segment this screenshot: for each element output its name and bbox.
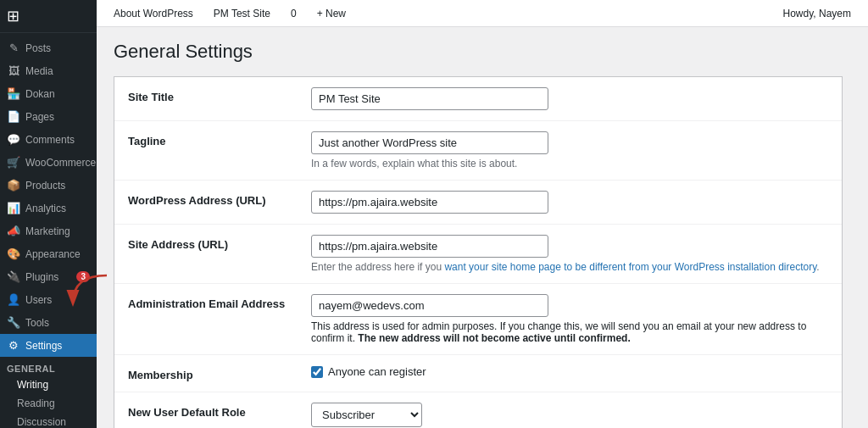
submenu-discussion[interactable]: Discussion bbox=[0, 413, 97, 428]
comments-icon: 💬 bbox=[7, 133, 20, 146]
sidebar-label-woocommerce: WooCommerce bbox=[25, 157, 96, 169]
membership-field: Anyone can register bbox=[311, 365, 828, 378]
sidebar-label-analytics: Analytics bbox=[25, 203, 90, 214]
new-user-role-field: Subscriber Contributor Author Editor Adm… bbox=[311, 403, 828, 427]
sidebar-item-appearance[interactable]: 🎨 Appearance bbox=[0, 242, 97, 265]
settings-form: Site Title Tagline In a few words, expla… bbox=[114, 76, 843, 428]
sidebar-label-media: Media bbox=[25, 65, 90, 77]
sidebar-item-posts[interactable]: ✎ Posts bbox=[0, 36, 97, 59]
sidebar-label-products: Products bbox=[25, 180, 90, 192]
sidebar-item-pages[interactable]: 📄 Pages bbox=[0, 105, 97, 128]
admin-email-desc: This address is used for admin purposes.… bbox=[311, 320, 828, 344]
site-title-input[interactable] bbox=[311, 87, 548, 110]
tools-icon: 🔧 bbox=[7, 316, 20, 329]
settings-icon: ⚙ bbox=[7, 339, 20, 352]
submenu-header: General bbox=[0, 360, 97, 375]
admin-email-field: This address is used for admin purposes.… bbox=[311, 294, 828, 344]
marketing-icon: 📣 bbox=[7, 225, 20, 237]
sidebar-label-tools: Tools bbox=[25, 317, 90, 329]
wp-address-row: WordPress Address (URL) bbox=[114, 181, 842, 225]
site-title-field bbox=[311, 87, 828, 110]
plugins-icon: 🔌 bbox=[7, 270, 20, 283]
submenu-writing[interactable]: Writing bbox=[0, 375, 97, 394]
new-user-role-row: New User Default Role Subscriber Contrib… bbox=[114, 392, 842, 428]
sidebar-label-dokan: Dokan bbox=[25, 88, 90, 100]
site-address-prefix: Enter the address here if you bbox=[311, 261, 444, 273]
topbar: About WordPress PM Test Site 0 + New How… bbox=[97, 0, 868, 27]
main-content: About WordPress PM Test Site 0 + New How… bbox=[97, 0, 868, 428]
membership-checkbox-row: Anyone can register bbox=[311, 365, 828, 378]
topbar-new[interactable]: + New bbox=[314, 8, 349, 19]
sidebar-item-dokan[interactable]: 🏪 Dokan bbox=[0, 82, 97, 105]
membership-label: Membership bbox=[128, 365, 298, 381]
sidebar-label-comments: Comments bbox=[25, 134, 90, 146]
sidebar-label-pages: Pages bbox=[25, 111, 90, 123]
dokan-icon: 🏪 bbox=[7, 87, 20, 100]
wp-address-input[interactable] bbox=[311, 191, 548, 214]
sidebar-item-media[interactable]: 🖼 Media bbox=[0, 59, 97, 82]
sidebar-label-users: Users bbox=[25, 294, 90, 306]
tagline-field: In a few words, explain what this site i… bbox=[311, 131, 828, 170]
site-title-label: Site Title bbox=[128, 87, 298, 103]
admin-email-label: Administration Email Address bbox=[128, 294, 298, 310]
new-user-role-select[interactable]: Subscriber Contributor Author Editor Adm… bbox=[311, 403, 422, 427]
sidebar-item-users[interactable]: 👤 Users bbox=[0, 288, 97, 311]
sidebar-item-tools[interactable]: 🔧 Tools bbox=[0, 311, 97, 334]
wp-address-label: WordPress Address (URL) bbox=[128, 191, 298, 207]
pages-icon: 📄 bbox=[7, 110, 20, 123]
membership-checkbox[interactable] bbox=[311, 366, 323, 378]
media-icon: 🖼 bbox=[7, 64, 20, 77]
sidebar-item-comments[interactable]: 💬 Comments bbox=[0, 128, 97, 151]
products-icon: 📦 bbox=[7, 179, 20, 192]
sidebar-item-settings[interactable]: ⚙ Settings bbox=[0, 334, 97, 357]
sidebar-label-settings: Settings bbox=[25, 340, 90, 352]
analytics-icon: 📊 bbox=[7, 202, 20, 214]
topbar-comments[interactable]: 0 bbox=[287, 8, 300, 19]
membership-row: Membership Anyone can register bbox=[114, 355, 842, 392]
appearance-icon: 🎨 bbox=[7, 247, 20, 260]
site-address-link[interactable]: want your site home page to be different… bbox=[444, 261, 816, 273]
site-address-label: Site Address (URL) bbox=[128, 235, 298, 251]
site-address-row: Site Address (URL) Enter the address her… bbox=[114, 225, 842, 284]
tagline-desc: In a few words, explain what this site i… bbox=[311, 158, 828, 170]
woocommerce-icon: 🛒 bbox=[7, 156, 20, 169]
sidebar-item-products[interactable]: 📦 Products bbox=[0, 174, 97, 197]
sidebar-item-plugins[interactable]: 🔌 Plugins 3 bbox=[0, 265, 97, 288]
sidebar-label-appearance: Appearance bbox=[25, 248, 90, 260]
site-address-field: Enter the address here if you want your … bbox=[311, 235, 828, 273]
sidebar-item-marketing[interactable]: 📣 Marketing bbox=[0, 220, 97, 242]
posts-icon: ✎ bbox=[7, 42, 20, 54]
tagline-label: Tagline bbox=[128, 131, 298, 147]
sidebar-item-woocommerce[interactable]: 🛒 WooCommerce bbox=[0, 151, 97, 174]
site-address-desc: Enter the address here if you want your … bbox=[311, 261, 828, 273]
topbar-user[interactable]: Howdy, Nayem bbox=[780, 8, 854, 19]
submenu-reading[interactable]: Reading bbox=[0, 394, 97, 413]
topbar-about[interactable]: About WordPress bbox=[110, 8, 197, 19]
sidebar-label-posts: Posts bbox=[25, 42, 90, 54]
site-address-input[interactable] bbox=[311, 235, 548, 258]
admin-email-row: Administration Email Address This addres… bbox=[114, 284, 842, 355]
plugins-badge: 3 bbox=[76, 271, 90, 282]
tagline-row: Tagline In a few words, explain what thi… bbox=[114, 121, 842, 181]
submenu-general: General Writing Reading Discussion Media… bbox=[0, 357, 97, 428]
new-user-role-label: New User Default Role bbox=[128, 403, 298, 419]
wp-address-field bbox=[311, 191, 828, 214]
sidebar-item-analytics[interactable]: 📊 Analytics bbox=[0, 197, 97, 220]
sidebar-label-plugins: Plugins bbox=[25, 271, 71, 283]
users-icon: 👤 bbox=[7, 293, 20, 306]
admin-email-input[interactable] bbox=[311, 294, 548, 317]
sidebar: ⊞ ✎ Posts 🖼 Media 🏪 Dokan 📄 Pages 💬 Comm… bbox=[0, 0, 97, 428]
sidebar-logo: ⊞ bbox=[0, 0, 97, 33]
membership-checkbox-label: Anyone can register bbox=[328, 365, 426, 378]
site-title-row: Site Title bbox=[114, 77, 842, 121]
sidebar-label-marketing: Marketing bbox=[25, 225, 90, 237]
topbar-site[interactable]: PM Test Site bbox=[210, 8, 274, 19]
site-address-suffix: . bbox=[816, 261, 819, 273]
content-area: General Settings Site Title Tagline In a… bbox=[97, 27, 860, 428]
tagline-input[interactable] bbox=[311, 131, 548, 154]
admin-email-bold: The new address will not become active u… bbox=[358, 332, 630, 344]
page-title: General Settings bbox=[114, 41, 843, 63]
